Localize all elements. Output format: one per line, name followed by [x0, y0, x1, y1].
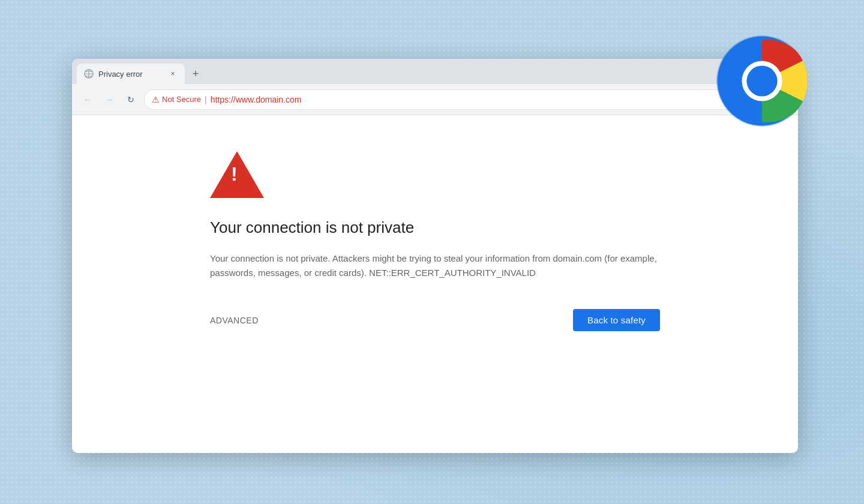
svg-point-4	[746, 65, 777, 96]
warning-triangle-icon	[210, 151, 264, 198]
back-button[interactable]: ←	[79, 91, 96, 108]
error-heading: Your connection is not private	[210, 218, 660, 237]
security-warning: ⚠ Not Secure	[152, 95, 201, 104]
page-content: Your connection is not private Your conn…	[72, 115, 798, 453]
browser-window: Privacy error × + ← → ↻ ⚠ Not Secure | h…	[72, 59, 798, 453]
error-actions: ADVANCED Back to safety	[210, 309, 660, 331]
forward-button[interactable]: →	[101, 91, 118, 108]
error-description: Your connection is not private. Attacker…	[210, 251, 660, 280]
warning-icon: ⚠	[152, 95, 160, 104]
tab-favicon	[84, 69, 94, 79]
advanced-link[interactable]: ADVANCED	[210, 316, 259, 325]
url-display: https://www.domain.com	[211, 95, 302, 104]
reload-button[interactable]: ↻	[122, 91, 139, 108]
chrome-logo	[714, 33, 810, 129]
warning-icon-container	[210, 151, 660, 200]
tab-bar: Privacy error × +	[72, 59, 798, 84]
not-secure-label: Not Secure	[162, 95, 201, 104]
back-to-safety-button[interactable]: Back to safety	[573, 309, 660, 331]
new-tab-button[interactable]: +	[187, 65, 204, 82]
address-bar-divider: |	[205, 95, 207, 104]
toolbar: ← → ↻ ⚠ Not Secure | https://www.domain.…	[72, 84, 798, 115]
address-bar[interactable]: ⚠ Not Secure | https://www.domain.com	[144, 89, 791, 110]
error-container: Your connection is not private Your conn…	[210, 151, 660, 331]
tab-title: Privacy error	[98, 70, 163, 79]
active-tab[interactable]: Privacy error ×	[77, 64, 185, 84]
tab-close-button[interactable]: ×	[168, 69, 178, 79]
